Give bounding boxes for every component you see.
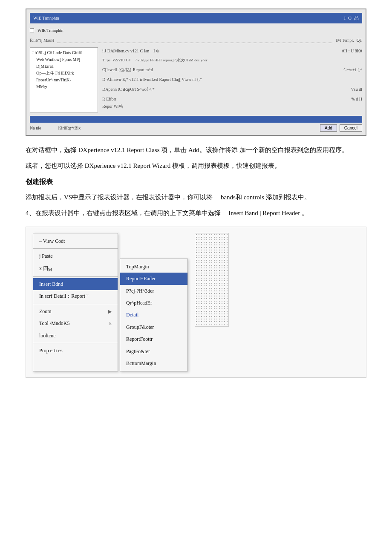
icon-i: I [344, 14, 346, 22]
heading-create: 创建报表 [26, 176, 366, 188]
context-menu-screenshot: – View Codt j Paste x 四M Insert Bdnd In … [26, 227, 366, 378]
menu-item-paste[interactable]: j Paste [33, 250, 118, 262]
checkbox-wie[interactable] [30, 28, 34, 32]
left-panel: J b'iSL,j C# Lode Dots Gitifil Web Wintl… [30, 47, 98, 112]
r2-label: C[lcwell {位/忆} Report m^d [102, 66, 153, 73]
right-row2: C[lcwell {位/忆} Report m^d ^>+u+i {,^ [102, 66, 362, 73]
context-menu: – View Codt j Paste x 四M Insert Bdnd In … [33, 233, 118, 372]
menu-item-properties[interactable]: Prop erti es [33, 345, 118, 357]
r2-right: ^>+u+i {,^ [343, 66, 362, 73]
menu-item-label: Prop erti es [39, 346, 63, 355]
submenu-groupfooter[interactable]: GroupF&oter [120, 321, 187, 333]
submenu-reportfooter[interactable]: ReportFoottr [120, 333, 187, 345]
type-label2: ^vUifgie FFHHT repoir] ^永次UI iM desiy^er [135, 58, 207, 62]
r5-label: R Effort [102, 95, 123, 103]
menu-item-label: – View Codt [39, 237, 65, 245]
template-label: IM Templ. [336, 37, 354, 44]
menu-item-label: j Paste [39, 252, 53, 260]
footer-na-nie: Na nie [30, 124, 41, 132]
submenu-bottommargin[interactable]: BcttomMargin [120, 357, 187, 369]
r4-label: DApenn tC iRipOrt S^wof <.* [102, 86, 155, 93]
add-button[interactable]: Add [320, 124, 337, 132]
dialog-footer: Na nie KiriiRg*tBlx Add Cancel [30, 124, 362, 132]
left-panel-item: J b'iSL,j C# Lode Dots Gitifil Web Wintl… [32, 49, 96, 90]
paragraph-4: 4、在报表设计器中，右键点击报表区域，在调用的上下文菜单中选择 Insert B… [26, 207, 366, 219]
submenu-topmargin[interactable]: TopMargin [120, 261, 187, 273]
design-area-grid [195, 233, 229, 327]
submenu-ph3der[interactable]: P?cj-?H^3der [120, 285, 187, 297]
input-foiib-label: foiib*tj MauH [30, 37, 55, 44]
template-label-text: IM Templ. [336, 38, 354, 43]
r5-sub: Repor Wr格 [102, 103, 123, 110]
menu-item-tooltcnc[interactable]: looltcnc [33, 330, 118, 342]
submenu-panel: TopMargin ReportHEader P?cj-?H^3der Qr^p… [120, 259, 188, 372]
separator-4 [33, 343, 118, 343]
tool-shortcut: k [110, 319, 112, 328]
dialog-body: J b'iSL,j C# Lode Dots Gitifil Web Wintl… [30, 47, 362, 112]
r4-right: Vsu dl [351, 86, 362, 93]
type-label: Tirpe: ViSVIU C# [102, 58, 130, 62]
r3-label: D-Afinnvn-E,* v12.1 irllvmiLed Raport Cl… [102, 76, 202, 83]
right-row5: R Effort Repor Wr格 % d H [102, 95, 362, 110]
right-row4: DApenn tC iRipOrt S^wof <.* Vsu dl [102, 86, 362, 93]
right-row3: D-Afinnvn-E,* v12.1 irllvmiLed Raport Cl… [102, 76, 362, 83]
submenu-detail[interactable]: Detail [120, 309, 187, 321]
separator-1 [33, 248, 118, 249]
menu-item-label: looltcnc [39, 331, 56, 340]
dialog-title-bar: WIE Trmnphtn I O 品 [30, 13, 362, 23]
text-content-area: 在对话框中，选择 DXperience v12.1 Report Class 项… [26, 144, 366, 219]
submenu-area: TopMargin ReportHEader P?cj-?H^3der Qr^p… [120, 259, 188, 372]
menu-item-tool[interactable]: Tool \MndoK5 k [33, 317, 118, 329]
dialog-add-menu: WIE Trmnphtn [33, 14, 59, 22]
progress-bar [30, 116, 362, 123]
menu-item-label: x 四M [39, 264, 52, 273]
menu-item-label: In scrf Detail：Report " [39, 292, 89, 300]
menu-item-label: Zoom [39, 307, 52, 316]
wie-label: WIE Trmnphtn [37, 27, 63, 34]
title-icons: I O 品 [344, 14, 359, 22]
menu-item-insert-band[interactable]: Insert Bdnd [33, 278, 118, 290]
footer-buttons: Add Cancel [320, 124, 362, 132]
submenu-reportheader[interactable]: ReportHEader [120, 273, 187, 285]
submenu-pagefooter[interactable]: PagtFo&ter [120, 345, 187, 357]
icon-grid: 品 [354, 14, 359, 22]
footer-name-value: KiriiRg*tBlx [58, 124, 81, 132]
submenu-qrpheader[interactable]: Qr^pHeadEr [120, 297, 187, 309]
zoom-shortcut: ▶ [108, 308, 112, 316]
right-row1: i J DA|Mhen.cv v121 C Ian I ⊕ #H : U 8K# [102, 47, 362, 55]
menu-item-view-codt[interactable]: – View Codt [33, 235, 118, 247]
separator-2 [33, 276, 118, 277]
right-panel: i J DA|Mhen.cv v121 C Ian I ⊕ #H : U 8K#… [102, 47, 362, 112]
paragraph-3: 添加报表后，VS中显示了报表设计器，在报表设计器中，你可以将 bands和 co… [26, 192, 366, 203]
add-menu-label: WIE Trmnphtn [33, 16, 59, 20]
menu-item-insert-detail[interactable]: In scrf Detail：Report " [33, 290, 118, 302]
r5-right: % d H [351, 95, 362, 110]
paragraph-1: 在对话框中，选择 DXperience v12.1 Report Class 项… [26, 144, 366, 156]
separator-3 [33, 304, 118, 304]
cancel-button[interactable]: Cancel [340, 124, 362, 132]
paragraph-2: 或者，您也可以选择 DXperience v12.1 Report Wizard… [26, 160, 366, 172]
r1-right: #H : U 8K# [342, 47, 362, 55]
menu-item-xm[interactable]: x 四M [33, 262, 118, 275]
r1-label: i J DA|Mhen.cv v121 C Ian [102, 47, 149, 55]
template-value: QT [357, 37, 362, 44]
menu-item-label: Insert Bdnd [39, 280, 63, 288]
menu-item-zoom[interactable]: Zoom ▶ [33, 305, 118, 317]
r1-sub: I ⊕ [153, 47, 159, 55]
icon-o: O [348, 14, 352, 22]
top-dialog-screenshot: WIE Trmnphtn I O 品 WIE Trmnphtn foiib*tj… [26, 9, 366, 136]
footer-name-area: Na nie KiriiRg*tBlx [30, 124, 81, 132]
menu-item-label: Tool \MndoK5 [39, 319, 70, 328]
